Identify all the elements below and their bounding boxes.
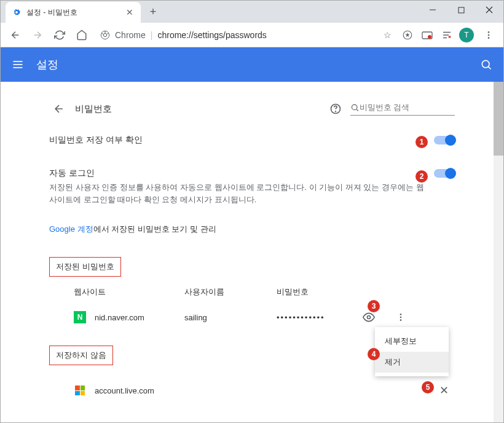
forward-button[interactable]: [28, 25, 47, 45]
menu-remove[interactable]: 제거: [375, 352, 449, 373]
svg-point-12: [488, 31, 490, 33]
search-input[interactable]: [360, 103, 455, 112]
svg-point-25: [400, 314, 402, 315]
home-button[interactable]: [72, 25, 92, 45]
setting-auto-signin: 자동 로그인 저장된 사용자 인증 정보를 사용하여 자동으로 웹사이트에 로그…: [49, 157, 455, 216]
address-bar: Chrome | chrome://settings/passwords ☆ T: [1, 23, 503, 47]
setting-label: 비밀번호 저장 여부 확인: [49, 135, 424, 146]
app-bar: 설정: [1, 47, 503, 82]
maximize-button[interactable]: [447, 1, 475, 19]
url-field[interactable]: Chrome | chrome://settings/passwords ☆: [94, 30, 398, 40]
close-window-button[interactable]: [475, 1, 503, 19]
page-title: 비밀번호: [75, 103, 112, 115]
gear-icon: [12, 7, 22, 17]
annotation-badge-3: 3: [368, 300, 380, 312]
toggle-auto-signin[interactable]: [434, 169, 455, 178]
site-name[interactable]: nid.naver.com: [95, 313, 184, 322]
toggle-offer-save[interactable]: [434, 136, 455, 144]
tab-title: 설정 - 비밀번호: [26, 7, 120, 18]
window-controls: [419, 1, 503, 19]
back-arrow-button[interactable]: [49, 99, 69, 119]
password-search[interactable]: [350, 103, 455, 116]
reload-button[interactable]: [50, 25, 69, 45]
never-saved-row: account.live.com 5 ✕: [49, 376, 455, 405]
password-masked: ••••••••••••: [277, 313, 363, 322]
site-favicon-microsoft: [74, 384, 86, 397]
annotation-badge-5: 5: [422, 381, 434, 393]
svg-point-22: [352, 105, 357, 110]
column-password: 비밀번호: [277, 287, 369, 298]
content-area: 비밀번호 비밀번호 저장 여부 확인 1 자동 로그인 저장된 사용자 인증 정…: [1, 82, 503, 422]
minimize-button[interactable]: [419, 1, 447, 19]
bookmark-star-icon[interactable]: ☆: [384, 30, 392, 40]
new-tab-button[interactable]: +: [144, 3, 162, 20]
show-password-icon[interactable]: [363, 311, 377, 323]
chrome-icon: [100, 30, 110, 40]
google-account-link-row: Google 계정에서 저장된 비밀번호 보기 및 관리: [49, 216, 455, 242]
url-scheme: Chrome: [115, 30, 146, 40]
scrollbar[interactable]: [494, 82, 503, 422]
annotation-badge-2: 2: [415, 170, 428, 183]
row-menu-dropdown: 세부정보 4 제거: [375, 327, 449, 376]
username-value: sailing: [184, 313, 277, 322]
setting-description: 저장된 사용자 인증 정보를 사용하여 자동으로 웹사이트에 로그인합니다. 이…: [49, 181, 424, 205]
svg-point-21: [336, 111, 336, 112]
menu-details[interactable]: 세부정보: [375, 331, 449, 352]
svg-point-27: [400, 319, 402, 321]
browser-menu-button[interactable]: [479, 25, 498, 45]
svg-point-14: [488, 37, 490, 39]
svg-line-19: [488, 66, 490, 69]
help-icon[interactable]: [328, 101, 343, 116]
section-never-saved: 저장하지 않음: [49, 346, 113, 365]
svg-line-23: [356, 109, 358, 111]
svg-point-8: [428, 35, 431, 39]
svg-rect-1: [459, 7, 464, 13]
profile-avatar[interactable]: T: [459, 28, 474, 42]
close-icon[interactable]: ✕: [125, 6, 135, 18]
google-account-link[interactable]: Google 계정: [49, 224, 93, 234]
section-saved-passwords: 저장된 비밀번호: [49, 257, 121, 277]
svg-point-18: [482, 60, 489, 68]
setting-offer-save: 비밀번호 저장 여부 확인 1: [49, 124, 455, 157]
svg-point-26: [400, 317, 402, 318]
column-website: 웹사이트: [74, 287, 184, 298]
svg-point-5: [103, 33, 106, 36]
saved-password-row: N nid.naver.com sailing •••••••••••• 3 세…: [49, 304, 455, 331]
scroll-thumb[interactable]: [494, 82, 503, 156]
remove-never-icon[interactable]: ✕: [439, 384, 449, 397]
back-button[interactable]: [6, 25, 25, 45]
extension-icon-3[interactable]: [439, 28, 454, 42]
page-header: 비밀번호: [49, 94, 455, 124]
svg-point-24: [368, 316, 371, 319]
extension-icon-1[interactable]: [400, 28, 415, 42]
search-icon[interactable]: [479, 57, 494, 72]
extension-icon-2[interactable]: [420, 28, 435, 42]
more-actions-button[interactable]: [396, 312, 411, 322]
browser-tab[interactable]: 설정 - 비밀번호 ✕: [6, 2, 141, 23]
search-icon: [350, 103, 360, 113]
annotation-badge-1: 1: [415, 136, 428, 148]
url-path: chrome://settings/passwords: [157, 30, 266, 40]
app-title: 설정: [36, 57, 58, 72]
hamburger-menu-icon[interactable]: [10, 57, 25, 72]
annotation-badge-4: 4: [368, 348, 380, 360]
site-favicon-naver: N: [74, 311, 86, 323]
column-username: 사용자이름: [184, 287, 277, 298]
setting-label: 자동 로그인: [49, 168, 424, 179]
site-name[interactable]: account.live.com: [95, 386, 154, 395]
table-header: 웹사이트 사용자이름 비밀번호: [49, 277, 455, 304]
svg-point-13: [488, 34, 490, 36]
window-titlebar: 설정 - 비밀번호 ✕ +: [1, 1, 503, 23]
